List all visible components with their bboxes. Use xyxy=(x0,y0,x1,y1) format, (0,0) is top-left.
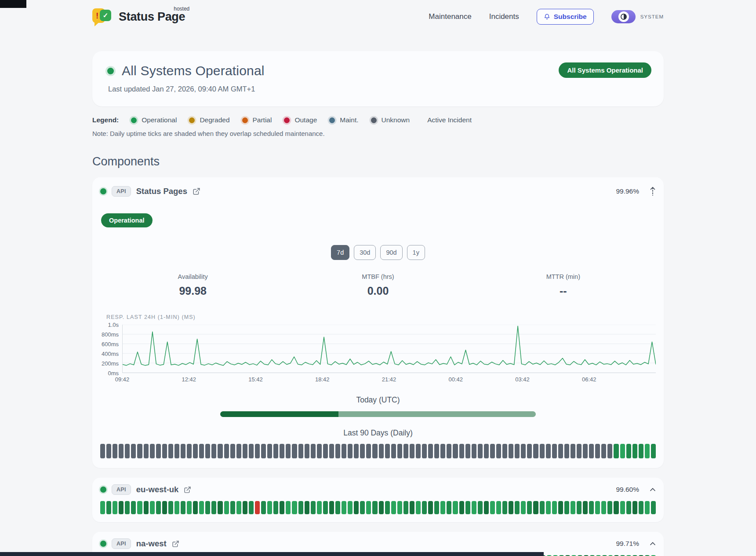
uptime-tick[interactable] xyxy=(354,444,359,458)
uptime-tick[interactable] xyxy=(453,444,458,458)
expand-chevron-icon[interactable] xyxy=(650,541,656,546)
uptime-tick[interactable] xyxy=(428,444,433,458)
uptime-tick[interactable] xyxy=(113,444,117,458)
uptime-tick[interactable] xyxy=(601,501,606,514)
uptime-tick[interactable] xyxy=(577,501,582,514)
uptime-tick[interactable] xyxy=(496,444,501,458)
uptime-tick[interactable] xyxy=(113,501,117,514)
brand-logo[interactable]: ! ✓ Status Page hosted xyxy=(92,7,185,26)
uptime-tick[interactable] xyxy=(484,444,489,458)
uptime-tick[interactable] xyxy=(459,444,464,458)
uptime-tick[interactable] xyxy=(305,501,309,514)
uptime-tick[interactable] xyxy=(447,501,451,514)
uptime-tick[interactable] xyxy=(403,501,408,514)
uptime-tick[interactable] xyxy=(626,444,631,458)
uptime-tick[interactable] xyxy=(403,444,408,458)
component-header-row[interactable]: API Status Pages 99.96% xyxy=(100,186,656,197)
range-button-30d[interactable]: 30d xyxy=(354,245,376,260)
uptime-tick[interactable] xyxy=(100,444,105,458)
uptime-tick[interactable] xyxy=(527,501,532,514)
uptime-tick[interactable] xyxy=(144,444,149,458)
uptime-tick[interactable] xyxy=(583,444,588,458)
uptime-tick[interactable] xyxy=(379,501,384,514)
uptime-tick[interactable] xyxy=(515,444,520,458)
uptime-tick[interactable] xyxy=(533,444,538,458)
external-link-icon[interactable] xyxy=(184,486,191,494)
uptime-tick[interactable] xyxy=(422,444,427,458)
uptime-tick[interactable] xyxy=(292,501,297,514)
uptime-tick[interactable] xyxy=(620,501,625,514)
uptime-tick[interactable] xyxy=(577,444,582,458)
uptime-tick[interactable] xyxy=(236,444,241,458)
uptime-tick[interactable] xyxy=(199,501,204,514)
uptime-tick[interactable] xyxy=(329,501,334,514)
uptime-tick[interactable] xyxy=(224,444,229,458)
uptime-tick[interactable] xyxy=(391,444,396,458)
uptime-tick[interactable] xyxy=(125,501,130,514)
uptime-tick[interactable] xyxy=(311,501,316,514)
uptime-tick[interactable] xyxy=(317,444,322,458)
uptime-tick[interactable] xyxy=(298,444,303,458)
uptime-tick[interactable] xyxy=(614,444,618,458)
uptime-tick[interactable] xyxy=(150,444,155,458)
uptime-tick[interactable] xyxy=(366,444,371,458)
uptime-tick[interactable] xyxy=(236,501,241,514)
uptime-tick[interactable] xyxy=(472,501,476,514)
uptime-tick[interactable] xyxy=(490,501,495,514)
uptime-tick[interactable] xyxy=(428,501,433,514)
uptime-tick[interactable] xyxy=(558,501,563,514)
uptime-tick[interactable] xyxy=(496,501,501,514)
uptime-tick[interactable] xyxy=(193,501,198,514)
uptime-tick[interactable] xyxy=(211,501,216,514)
external-link-icon[interactable] xyxy=(193,187,200,195)
uptime-tick[interactable] xyxy=(372,444,377,458)
uptime-tick[interactable] xyxy=(342,501,346,514)
uptime-tick[interactable] xyxy=(125,444,130,458)
uptime-tick[interactable] xyxy=(261,501,266,514)
uptime-tick[interactable] xyxy=(261,444,266,458)
uptime-tick[interactable] xyxy=(286,444,291,458)
uptime-tick[interactable] xyxy=(645,501,650,514)
uptime-tick[interactable] xyxy=(249,501,254,514)
uptime-tick[interactable] xyxy=(607,444,612,458)
expand-chevron-icon[interactable] xyxy=(650,487,656,492)
uptime-tick[interactable] xyxy=(589,444,594,458)
uptime-tick[interactable] xyxy=(335,444,340,458)
uptime-tick[interactable] xyxy=(397,501,402,514)
uptime-tick[interactable] xyxy=(589,501,594,514)
uptime-tick[interactable] xyxy=(305,444,309,458)
uptime-tick[interactable] xyxy=(564,444,569,458)
collapse-arrow-icon[interactable] xyxy=(650,187,656,196)
uptime-tick[interactable] xyxy=(484,501,489,514)
uptime-tick[interactable] xyxy=(131,444,136,458)
uptime-tick[interactable] xyxy=(391,501,396,514)
uptime-tick[interactable] xyxy=(465,444,470,458)
uptime-tick[interactable] xyxy=(218,444,222,458)
uptime-tick[interactable] xyxy=(280,444,284,458)
uptime-tick[interactable] xyxy=(372,501,377,514)
uptime-tick[interactable] xyxy=(651,444,656,458)
uptime-tick[interactable] xyxy=(595,444,600,458)
uptime-tick[interactable] xyxy=(601,444,606,458)
uptime-tick[interactable] xyxy=(174,444,179,458)
uptime-tick[interactable] xyxy=(397,444,402,458)
uptime-tick[interactable] xyxy=(515,501,520,514)
uptime-tick[interactable] xyxy=(174,501,179,514)
uptime-tick[interactable] xyxy=(323,444,328,458)
uptime-tick[interactable] xyxy=(168,444,173,458)
uptime-tick[interactable] xyxy=(193,444,198,458)
uptime-tick[interactable] xyxy=(280,501,284,514)
uptime-tick[interactable] xyxy=(472,444,476,458)
uptime-tick[interactable] xyxy=(168,501,173,514)
theme-toggle[interactable] xyxy=(611,10,636,23)
uptime-tick[interactable] xyxy=(527,444,532,458)
uptime-tick[interactable] xyxy=(434,444,439,458)
uptime-tick[interactable] xyxy=(119,501,124,514)
uptime-tick[interactable] xyxy=(106,444,111,458)
uptime-tick[interactable] xyxy=(137,444,142,458)
uptime-tick[interactable] xyxy=(440,444,445,458)
uptime-tick[interactable] xyxy=(379,444,384,458)
uptime-tick[interactable] xyxy=(620,444,625,458)
uptime-tick[interactable] xyxy=(162,501,167,514)
uptime-tick[interactable] xyxy=(255,444,260,458)
